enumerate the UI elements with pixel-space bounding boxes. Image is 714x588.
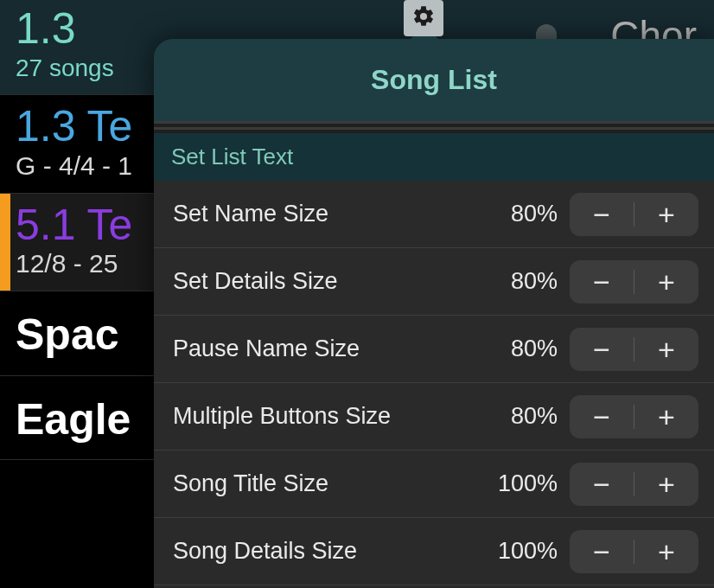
setting-label: Pause Name Size (173, 336, 468, 362)
increment-button[interactable]: + (634, 328, 698, 371)
settings-rows: Set Name Size 80% − + Set Details Size 8… (154, 181, 714, 588)
stepper: − + (570, 463, 698, 506)
decrement-button[interactable]: − (570, 260, 634, 304)
setting-value: 100% (480, 538, 558, 565)
setting-value: 80% (480, 403, 558, 430)
popover-title: Song List (371, 64, 497, 96)
increment-button[interactable]: + (634, 193, 698, 236)
stepper: − + (570, 328, 698, 371)
stepper: − + (570, 395, 698, 438)
decrement-button[interactable]: − (570, 463, 634, 506)
setting-row-pause-name-size: Pause Name Size 80% − + (154, 316, 714, 383)
settings-button[interactable] (404, 0, 443, 36)
setting-row-set-name-size: Set Name Size 80% − + (154, 181, 714, 248)
setting-label: Set Details Size (173, 268, 468, 295)
setting-value: 80% (480, 268, 558, 295)
decrement-button[interactable]: − (570, 193, 634, 236)
setting-label: Song Title Size (173, 470, 468, 497)
decrement-button[interactable]: − (570, 328, 634, 371)
setting-label: Multiple Buttons Size (173, 403, 468, 430)
stepper: − + (570, 530, 698, 573)
setting-row-set-details-size: Set Details Size 80% − + (154, 248, 714, 316)
stepper: − + (570, 260, 698, 304)
increment-button[interactable]: + (634, 260, 698, 304)
setting-row-multiple-buttons-size: Multiple Buttons Size 80% − + (154, 383, 714, 451)
section-divider (154, 121, 714, 133)
decrement-button[interactable]: − (570, 395, 634, 438)
increment-button[interactable]: + (634, 530, 698, 573)
setting-row-song-title-size: Song Title Size 100% − + (154, 451, 714, 518)
decrement-button[interactable]: − (570, 530, 634, 573)
setting-label: Song Details Size (173, 538, 468, 565)
stepper: − + (570, 193, 698, 236)
setting-label: Set Name Size (173, 201, 468, 227)
song-list-settings-popover: Song List Set List Text Set Name Size 80… (154, 39, 714, 588)
setting-value: 100% (480, 470, 558, 497)
popover-header: Song List (154, 39, 714, 121)
increment-button[interactable]: + (634, 395, 698, 438)
increment-button[interactable]: + (634, 463, 698, 506)
setting-value: 80% (480, 336, 558, 362)
section-header: Set List Text (154, 133, 714, 181)
setting-row-song-details-size: Song Details Size 100% − + (154, 518, 714, 585)
gear-icon (411, 4, 436, 32)
setting-value: 80% (480, 201, 558, 227)
